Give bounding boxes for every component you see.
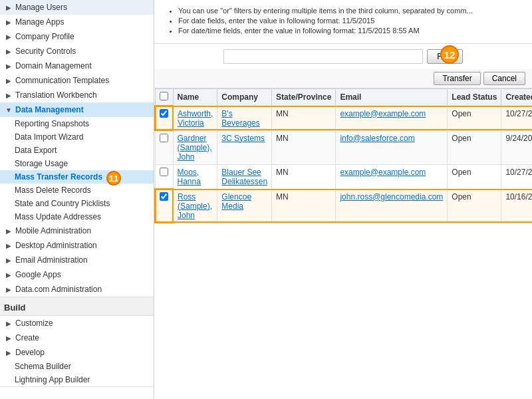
table-row: Gardner (Sample), John3C SystemsMNinfo@s… <box>155 130 532 164</box>
expand-icon: ▶ <box>4 76 13 85</box>
email-link[interactable]: example@example.com <box>340 109 426 118</box>
company-link[interactable]: Blauer See Delikatessen <box>221 168 267 186</box>
data-management-submenu: Reporting Snapshots Data Import Wizard D… <box>0 117 154 223</box>
row-checkbox-cell <box>155 130 173 164</box>
row-state: MN <box>272 189 336 223</box>
row-checkbox[interactable] <box>160 168 168 176</box>
info-box: You can use "or" filters by entering mul… <box>154 0 532 44</box>
sidebar-item-create[interactable]: ▶ Create <box>0 331 154 345</box>
sidebar-sub-data-import-wizard[interactable]: Data Import Wizard <box>0 130 154 144</box>
row-checkbox[interactable] <box>160 109 168 118</box>
sidebar-item-customize[interactable]: ▶ Customize <box>0 316 154 331</box>
col-header-checkbox <box>155 89 173 106</box>
find-input[interactable] <box>223 49 423 64</box>
row-state: MN <box>272 164 336 189</box>
expand-icon: ▶ <box>4 226 13 235</box>
col-header-name: Name <box>173 89 217 106</box>
sidebar-item-label: Desktop Administration <box>15 241 97 250</box>
company-link[interactable]: 3C Systems <box>221 134 265 143</box>
mass-transfer-label: Mass Transfer Records <box>15 172 102 182</box>
company-link[interactable]: Glencoe Media <box>221 192 251 211</box>
sidebar-item-translation-workbench[interactable]: ▶ Translation Workbench <box>0 88 154 102</box>
email-link[interactable]: info@salesforce.com <box>340 134 414 143</box>
transfer-button[interactable]: Transfer <box>434 72 480 85</box>
row-name: Ashworth, Victoria <box>173 106 217 130</box>
sidebar-item-mobile-administration[interactable]: ▶ Mobile Administration <box>0 223 154 238</box>
sidebar-item-datacom-administration[interactable]: ▶ Data.com Administration <box>0 282 154 297</box>
sidebar-item-develop[interactable]: ▶ Develop <box>0 345 154 360</box>
expand-icon: ▶ <box>4 61 13 70</box>
sidebar-admin-section: ▶ Manage Users ▶ Manage Apps ▶ Company P… <box>0 0 154 297</box>
sidebar-sub-mass-delete-records[interactable]: Mass Delete Records <box>0 184 154 197</box>
row-email: john.ross@glencomedia.com <box>336 189 448 223</box>
badge-11: 11 <box>106 171 121 186</box>
email-link[interactable]: example@example.com <box>340 168 426 177</box>
company-link[interactable]: B's Beverages <box>221 109 259 128</box>
name-link[interactable]: Ross (Sample), John <box>178 192 212 220</box>
row-status: Open <box>448 106 501 130</box>
sidebar-item-label: Data.com Administration <box>15 285 102 294</box>
col-header-created: Created D <box>501 89 532 106</box>
email-link[interactable]: john.ross@glencomedia.com <box>340 192 443 201</box>
name-link[interactable]: Ashworth, Victoria <box>178 109 213 128</box>
row-checkbox[interactable] <box>160 192 168 201</box>
main-content: You can use "or" filters by entering mul… <box>154 0 532 399</box>
expand-icon: ▶ <box>4 255 13 265</box>
sidebar-item-label: Domain Management <box>15 61 92 70</box>
sidebar-item-manage-users[interactable]: ▶ Manage Users <box>0 0 154 15</box>
row-name: Gardner (Sample), John <box>173 130 217 164</box>
expand-icon: ▶ <box>4 3 13 12</box>
sidebar-item-company-profile[interactable]: ▶ Company Profile <box>0 29 154 44</box>
sidebar-item-label: Communication Templates <box>15 76 109 85</box>
row-status: Open <box>448 130 501 164</box>
row-company: Glencoe Media <box>217 189 272 223</box>
badge-12: 12 <box>440 45 459 64</box>
sidebar-item-label: Email Administration <box>15 255 88 265</box>
sidebar-item-manage-apps[interactable]: ▶ Manage Apps <box>0 15 154 29</box>
col-header-status: Lead Status <box>448 89 501 106</box>
expand-icon: ▶ <box>4 32 13 41</box>
sidebar-sub-data-export[interactable]: Data Export <box>0 144 154 157</box>
sidebar-sub-lightning-app-builder[interactable]: Lightning App Builder <box>0 373 154 386</box>
row-created: 10/16/201 <box>501 189 532 223</box>
select-all-checkbox[interactable] <box>160 92 168 100</box>
sidebar-item-label: Company Profile <box>15 32 74 41</box>
row-checkbox-cell <box>155 106 173 130</box>
expand-icon: ▼ <box>4 105 13 114</box>
expand-icon: ▶ <box>4 333 13 342</box>
develop-submenu: Schema Builder Lightning App Builder <box>0 360 154 386</box>
name-link[interactable]: Gardner (Sample), John <box>178 134 212 162</box>
sidebar-item-data-management[interactable]: ▼ Data Management <box>0 102 154 117</box>
cancel-button[interactable]: Cancel <box>483 72 525 85</box>
row-company: B's Beverages <box>217 106 272 130</box>
sidebar-sub-mass-transfer-records[interactable]: Mass Transfer Records 11 <box>0 170 154 184</box>
expand-icon: ▶ <box>4 270 13 279</box>
row-company: Blauer See Delikatessen <box>217 164 272 189</box>
sidebar-sub-storage-usage[interactable]: Storage Usage <box>0 157 154 170</box>
sidebar-item-label: Create <box>15 333 39 342</box>
sidebar-item-domain-management[interactable]: ▶ Domain Management <box>0 59 154 73</box>
row-state: MN <box>272 130 336 164</box>
expand-icon: ▶ <box>4 285 13 294</box>
name-link[interactable]: Moos, Hanna <box>178 168 201 186</box>
sidebar-item-desktop-administration[interactable]: ▶ Desktop Administration <box>0 238 154 253</box>
sidebar-sub-reporting-snapshots[interactable]: Reporting Snapshots <box>0 117 154 130</box>
sidebar-sub-schema-builder[interactable]: Schema Builder <box>0 360 154 373</box>
expand-icon: ▶ <box>4 90 13 100</box>
sidebar-item-google-apps[interactable]: ▶ Google Apps <box>0 267 154 282</box>
sidebar-item-security-controls[interactable]: ▶ Security Controls <box>0 44 154 59</box>
col-header-company: Company <box>217 89 272 106</box>
expand-icon: ▶ <box>4 47 13 56</box>
row-checkbox[interactable] <box>160 134 168 142</box>
expand-icon: ▶ <box>4 17 13 27</box>
sidebar-sub-state-country-picklists[interactable]: State and Country Picklists <box>0 197 154 210</box>
sidebar-sub-mass-update-addresses[interactable]: Mass Update Addresses <box>0 210 154 223</box>
row-created: 10/27/201 <box>501 106 532 130</box>
expand-icon: ▶ <box>4 319 13 328</box>
row-name: Ross (Sample), John <box>173 189 217 223</box>
sidebar-item-label: Translation Workbench <box>15 90 97 100</box>
sidebar-item-email-administration[interactable]: ▶ Email Administration <box>0 253 154 267</box>
sidebar-item-label: Mobile Administration <box>15 226 91 235</box>
records-table: Name Company State/Province Email Lead S… <box>154 88 532 223</box>
sidebar-item-communication-templates[interactable]: ▶ Communication Templates <box>0 73 154 88</box>
